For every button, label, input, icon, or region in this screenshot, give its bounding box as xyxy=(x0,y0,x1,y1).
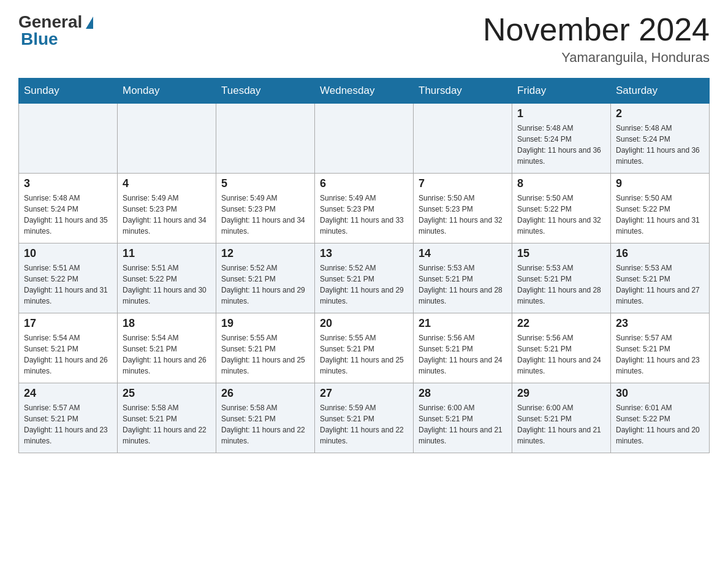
day-info: Sunrise: 5:53 AMSunset: 5:21 PMDaylight:… xyxy=(419,262,507,307)
day-info: Sunrise: 5:56 AMSunset: 5:21 PMDaylight:… xyxy=(517,332,605,377)
calendar-cell xyxy=(414,104,512,174)
header-monday: Monday xyxy=(118,79,216,104)
day-number: 20 xyxy=(320,317,408,330)
calendar-cell xyxy=(118,104,216,174)
day-number: 27 xyxy=(320,387,408,400)
day-info: Sunrise: 5:51 AMSunset: 5:22 PMDaylight:… xyxy=(24,262,112,307)
day-number: 19 xyxy=(221,317,309,330)
day-number: 15 xyxy=(517,247,605,260)
day-info: Sunrise: 5:55 AMSunset: 5:21 PMDaylight:… xyxy=(320,332,408,377)
day-info: Sunrise: 5:55 AMSunset: 5:21 PMDaylight:… xyxy=(221,332,309,377)
day-number: 18 xyxy=(123,317,211,330)
day-number: 13 xyxy=(320,247,408,260)
header-saturday: Saturday xyxy=(611,79,710,104)
day-info: Sunrise: 5:49 AMSunset: 5:23 PMDaylight:… xyxy=(320,193,408,237)
day-info: Sunrise: 5:51 AMSunset: 5:22 PMDaylight:… xyxy=(123,262,211,307)
day-number: 24 xyxy=(24,387,112,400)
day-info: Sunrise: 6:00 AMSunset: 5:21 PMDaylight:… xyxy=(419,402,507,446)
calendar-week-3: 10Sunrise: 5:51 AMSunset: 5:22 PMDayligh… xyxy=(19,243,710,313)
day-number: 10 xyxy=(24,247,112,260)
day-info: Sunrise: 5:58 AMSunset: 5:21 PMDaylight:… xyxy=(221,402,309,446)
day-info: Sunrise: 5:57 AMSunset: 5:21 PMDaylight:… xyxy=(24,402,112,446)
day-info: Sunrise: 5:49 AMSunset: 5:23 PMDaylight:… xyxy=(123,193,211,237)
day-info: Sunrise: 5:53 AMSunset: 5:21 PMDaylight:… xyxy=(517,262,605,307)
day-info: Sunrise: 6:01 AMSunset: 5:22 PMDaylight:… xyxy=(616,402,704,446)
calendar-week-2: 3Sunrise: 5:48 AMSunset: 5:24 PMDaylight… xyxy=(19,174,710,243)
calendar-cell: 7Sunrise: 5:50 AMSunset: 5:23 PMDaylight… xyxy=(414,174,512,243)
day-info: Sunrise: 5:52 AMSunset: 5:21 PMDaylight:… xyxy=(221,262,309,307)
calendar-cell: 20Sunrise: 5:55 AMSunset: 5:21 PMDayligh… xyxy=(315,313,414,383)
day-info: Sunrise: 5:48 AMSunset: 5:24 PMDaylight:… xyxy=(24,193,112,237)
day-number: 14 xyxy=(419,247,507,260)
day-info: Sunrise: 5:53 AMSunset: 5:21 PMDaylight:… xyxy=(616,262,704,307)
calendar-cell: 18Sunrise: 5:54 AMSunset: 5:21 PMDayligh… xyxy=(118,313,216,383)
day-number: 16 xyxy=(616,247,704,260)
header-friday: Friday xyxy=(512,79,611,104)
day-info: Sunrise: 5:49 AMSunset: 5:23 PMDaylight:… xyxy=(221,193,309,237)
logo-triangle-icon xyxy=(86,17,93,29)
calendar-header-row: SundayMondayTuesdayWednesdayThursdayFrid… xyxy=(19,79,710,104)
day-number: 12 xyxy=(221,247,309,260)
calendar-cell: 27Sunrise: 5:59 AMSunset: 5:21 PMDayligh… xyxy=(315,383,414,453)
day-info: Sunrise: 5:48 AMSunset: 5:24 PMDaylight:… xyxy=(616,123,704,167)
calendar-cell: 10Sunrise: 5:51 AMSunset: 5:22 PMDayligh… xyxy=(19,243,118,313)
day-number: 11 xyxy=(123,247,211,260)
page-header: General Blue November 2024 Yamaranguila,… xyxy=(18,12,710,66)
day-number: 4 xyxy=(123,177,211,190)
calendar-cell xyxy=(315,104,414,174)
calendar-cell xyxy=(216,104,315,174)
calendar-week-5: 24Sunrise: 5:57 AMSunset: 5:21 PMDayligh… xyxy=(19,383,710,453)
day-number: 21 xyxy=(419,317,507,330)
calendar-cell: 25Sunrise: 5:58 AMSunset: 5:21 PMDayligh… xyxy=(118,383,216,453)
calendar-cell xyxy=(19,104,118,174)
calendar-cell: 12Sunrise: 5:52 AMSunset: 5:21 PMDayligh… xyxy=(216,243,315,313)
calendar-cell: 26Sunrise: 5:58 AMSunset: 5:21 PMDayligh… xyxy=(216,383,315,453)
day-number: 6 xyxy=(320,177,408,190)
calendar-cell: 15Sunrise: 5:53 AMSunset: 5:21 PMDayligh… xyxy=(512,243,611,313)
day-info: Sunrise: 5:57 AMSunset: 5:21 PMDaylight:… xyxy=(616,332,704,377)
calendar-cell: 19Sunrise: 5:55 AMSunset: 5:21 PMDayligh… xyxy=(216,313,315,383)
calendar-cell: 23Sunrise: 5:57 AMSunset: 5:21 PMDayligh… xyxy=(611,313,710,383)
day-number: 22 xyxy=(517,317,605,330)
logo-blue-text: Blue xyxy=(21,29,58,49)
day-number: 5 xyxy=(221,177,309,190)
calendar-cell: 11Sunrise: 5:51 AMSunset: 5:22 PMDayligh… xyxy=(118,243,216,313)
day-number: 7 xyxy=(419,177,507,190)
day-number: 23 xyxy=(616,317,704,330)
calendar-cell: 22Sunrise: 5:56 AMSunset: 5:21 PMDayligh… xyxy=(512,313,611,383)
day-info: Sunrise: 5:50 AMSunset: 5:22 PMDaylight:… xyxy=(517,193,605,237)
calendar-cell: 14Sunrise: 5:53 AMSunset: 5:21 PMDayligh… xyxy=(414,243,512,313)
day-info: Sunrise: 5:56 AMSunset: 5:21 PMDaylight:… xyxy=(419,332,507,377)
calendar-cell: 6Sunrise: 5:49 AMSunset: 5:23 PMDaylight… xyxy=(315,174,414,243)
month-title: November 2024 xyxy=(483,12,710,47)
day-number: 9 xyxy=(616,177,704,190)
calendar-cell: 13Sunrise: 5:52 AMSunset: 5:21 PMDayligh… xyxy=(315,243,414,313)
logo: General Blue xyxy=(18,12,93,49)
location-subtitle: Yamaranguila, Honduras xyxy=(483,50,710,66)
calendar-cell: 5Sunrise: 5:49 AMSunset: 5:23 PMDaylight… xyxy=(216,174,315,243)
calendar-week-4: 17Sunrise: 5:54 AMSunset: 5:21 PMDayligh… xyxy=(19,313,710,383)
day-number: 26 xyxy=(221,387,309,400)
header-sunday: Sunday xyxy=(19,79,118,104)
calendar-cell: 9Sunrise: 5:50 AMSunset: 5:22 PMDaylight… xyxy=(611,174,710,243)
day-info: Sunrise: 6:00 AMSunset: 5:21 PMDaylight:… xyxy=(517,402,605,446)
day-number: 30 xyxy=(616,387,704,400)
header-wednesday: Wednesday xyxy=(315,79,414,104)
calendar-week-1: 1Sunrise: 5:48 AMSunset: 5:24 PMDaylight… xyxy=(19,104,710,174)
calendar-table: SundayMondayTuesdayWednesdayThursdayFrid… xyxy=(18,78,710,453)
title-section: November 2024 Yamaranguila, Honduras xyxy=(483,12,710,66)
header-thursday: Thursday xyxy=(414,79,512,104)
day-info: Sunrise: 5:54 AMSunset: 5:21 PMDaylight:… xyxy=(24,332,112,377)
day-info: Sunrise: 5:48 AMSunset: 5:24 PMDaylight:… xyxy=(517,123,605,167)
day-number: 3 xyxy=(24,177,112,190)
calendar-cell: 24Sunrise: 5:57 AMSunset: 5:21 PMDayligh… xyxy=(19,383,118,453)
day-info: Sunrise: 5:58 AMSunset: 5:21 PMDaylight:… xyxy=(123,402,211,446)
calendar-cell: 30Sunrise: 6:01 AMSunset: 5:22 PMDayligh… xyxy=(611,383,710,453)
day-number: 28 xyxy=(419,387,507,400)
day-number: 29 xyxy=(517,387,605,400)
calendar-cell: 4Sunrise: 5:49 AMSunset: 5:23 PMDaylight… xyxy=(118,174,216,243)
calendar-cell: 8Sunrise: 5:50 AMSunset: 5:22 PMDaylight… xyxy=(512,174,611,243)
day-number: 2 xyxy=(616,107,704,120)
header-tuesday: Tuesday xyxy=(216,79,315,104)
day-number: 8 xyxy=(517,177,605,190)
